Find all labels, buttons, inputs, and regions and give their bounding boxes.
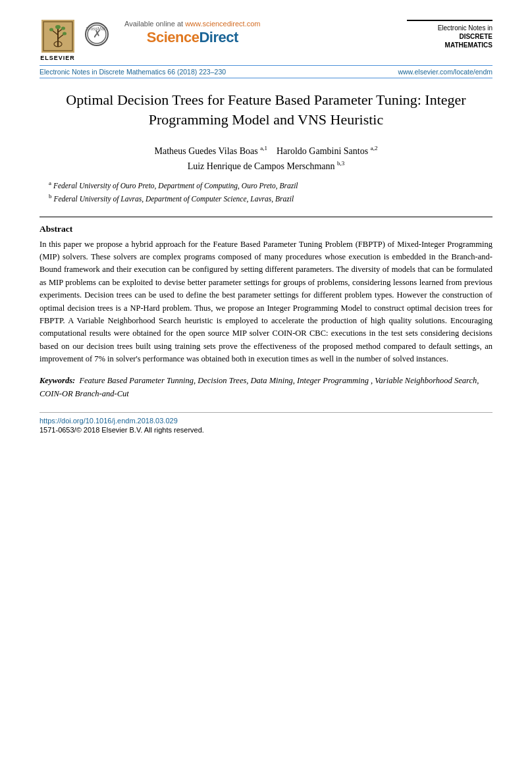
footer-doi[interactable]: https://doi.org/10.1016/j.endm.2018.03.0… xyxy=(40,417,492,425)
article-title: Optimal Decision Trees for Feature Based… xyxy=(40,90,492,129)
author-1-name: Matheus Guedes Vilas Boas xyxy=(155,146,258,156)
affiliation-b-text: Federal University of Lavras, Department… xyxy=(53,194,294,202)
page: ELSEVIER ✗ CrossMark Available online at… xyxy=(0,0,532,765)
header: ELSEVIER ✗ CrossMark Available online at… xyxy=(40,20,492,61)
sciencedirect-logo-science: Science xyxy=(147,29,200,45)
keywords-text: Feature Based Parameter Tunning, Decisio… xyxy=(40,376,479,398)
svg-point-7 xyxy=(49,28,53,32)
crossmark-logo: ✗ CrossMark xyxy=(85,22,109,46)
abstract-title: Abstract xyxy=(40,224,492,234)
affiliation-a-text: Federal University of Ouro Preto, Depart… xyxy=(53,182,298,190)
journal-url: www.elsevier.com/locate/endm xyxy=(398,68,492,76)
journal-title: Electronic Notes in DISCRETE MATHEMATICS xyxy=(438,24,492,49)
elsevier-logo-image xyxy=(41,20,74,53)
author-2-name: Haroldo Gambini Santos xyxy=(277,146,368,156)
affiliation-a: a Federal University of Ouro Preto, Depa… xyxy=(49,179,492,192)
journal-reference: Electronic Notes in Discrete Mathematics… xyxy=(40,68,226,76)
authors: Matheus Guedes Vilas Boas a,1 Haroldo Ga… xyxy=(40,144,492,174)
header-center: Available online at www.sciencedirect.co… xyxy=(124,20,260,46)
elsevier-logo: ELSEVIER xyxy=(40,20,76,61)
header-right-line xyxy=(407,20,492,21)
affiliation-a-marker: a xyxy=(49,180,51,186)
author-3-sup: b,3 xyxy=(337,160,344,167)
author-2-sup: a,2 xyxy=(371,145,378,151)
svg-text:CrossMark: CrossMark xyxy=(86,26,107,31)
sciencedirect-logo: ScienceDirect xyxy=(147,29,238,46)
footer: https://doi.org/10.1016/j.endm.2018.03.0… xyxy=(40,412,492,434)
affiliation-b-marker: b xyxy=(49,193,52,199)
elsevier-text: ELSEVIER xyxy=(40,55,75,61)
journal-title-discrete: DISCRETE xyxy=(459,33,492,40)
journal-bar: Electronic Notes in Discrete Mathematics… xyxy=(40,65,492,78)
svg-point-6 xyxy=(55,25,61,29)
author-3-name: Luiz Henrique de Campos Merschmann xyxy=(188,161,335,171)
footer-copyright: 1571-0653/© 2018 Elsevier B.V. All right… xyxy=(40,426,492,434)
keywords: Keywords: Feature Based Parameter Tunnin… xyxy=(40,375,492,400)
header-left: ELSEVIER ✗ CrossMark Available online at… xyxy=(40,20,267,61)
sciencedirect-logo-direct: Direct xyxy=(199,29,238,45)
abstract-section: Abstract In this paper we propose a hybr… xyxy=(40,224,492,366)
available-online-link[interactable]: www.sciencedirect.com xyxy=(185,20,260,28)
header-right: Electronic Notes in DISCRETE MATHEMATICS xyxy=(407,20,492,49)
section-divider xyxy=(40,217,492,217)
abstract-text: In this paper we propose a hybrid approa… xyxy=(40,238,492,366)
svg-point-9 xyxy=(61,27,65,30)
svg-point-8 xyxy=(63,32,66,36)
author-1-sup: a,1 xyxy=(260,145,267,151)
journal-title-math: MATHEMATICS xyxy=(445,41,492,49)
keywords-label: Keywords: xyxy=(40,376,75,385)
affiliation-b: b Federal University of Lavras, Departme… xyxy=(49,192,492,205)
affiliations: a Federal University of Ouro Preto, Depa… xyxy=(40,179,492,204)
available-online-text: Available online at www.sciencedirect.co… xyxy=(124,20,260,28)
